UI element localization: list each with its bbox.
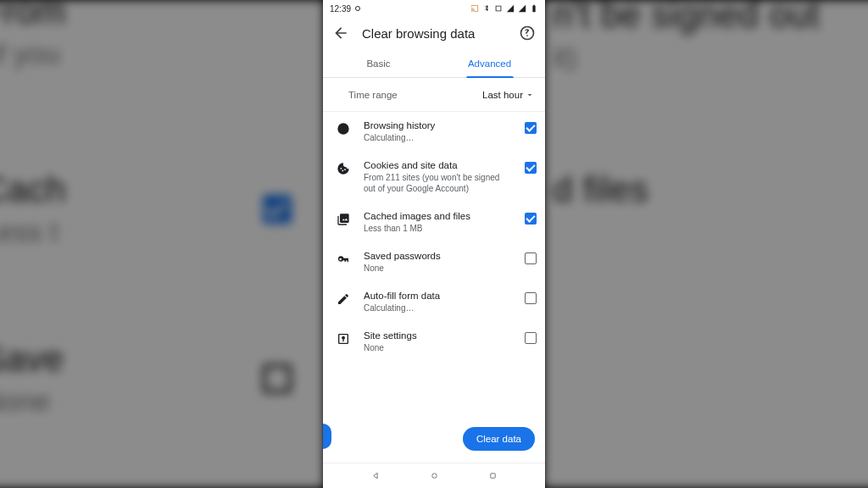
pencil-icon: [335, 291, 352, 306]
system-nav-bar: [323, 463, 545, 488]
clear-data-button[interactable]: Clear data: [463, 427, 535, 451]
svg-point-0: [431, 474, 436, 478]
checkbox-cookies[interactable]: [525, 162, 537, 174]
image-stack-icon: [335, 211, 352, 226]
status-time: 12:39: [330, 4, 351, 14]
time-range-selector[interactable]: Time range Last hour: [323, 78, 545, 112]
phone-frame: 12:39 Clear browsing data Basic: [323, 0, 545, 488]
nav-back[interactable]: [370, 470, 381, 482]
nav-recent[interactable]: [487, 470, 498, 482]
clock-icon: [335, 120, 352, 136]
chevron-down-icon: [525, 90, 535, 100]
checkbox-autofill[interactable]: [525, 292, 537, 304]
back-button[interactable]: [331, 24, 350, 42]
site-settings-icon: [335, 330, 352, 346]
svg-rect-1: [490, 474, 494, 478]
checkbox-passwords[interactable]: [525, 252, 537, 264]
row-browsing-history[interactable]: Browsing historyCalculating…: [323, 112, 545, 152]
row-site-settings[interactable]: Site settingsNone: [323, 322, 545, 362]
help-icon: [519, 25, 536, 42]
nav-home[interactable]: [428, 470, 440, 482]
checkbox-site-settings[interactable]: [525, 332, 537, 344]
signal-icon: [518, 4, 526, 13]
time-range-label: Time range: [348, 90, 398, 100]
bluetooth-icon: [482, 4, 491, 13]
cast-icon: [470, 4, 479, 13]
checkbox-unchecked-icon: [263, 364, 292, 393]
square-recent-icon: [487, 470, 498, 481]
row-passwords[interactable]: Saved passwordsNone: [323, 242, 545, 282]
checkbox-cache[interactable]: [525, 213, 537, 225]
arrow-back-icon: [332, 25, 349, 42]
tab-bar: Basic Advanced: [323, 49, 545, 78]
row-cookies[interactable]: Cookies and site dataFrom 211 sites (you…: [323, 152, 545, 202]
options-list: Browsing historyCalculating… Cookies and…: [323, 112, 545, 419]
checkbox-checked-icon: [263, 195, 292, 224]
fab-peek: [323, 424, 331, 449]
battery-icon: [530, 4, 538, 13]
footer: Clear data: [323, 419, 545, 463]
tab-basic[interactable]: Basic: [323, 49, 434, 77]
time-range-value: Last hour: [482, 90, 523, 100]
tab-advanced[interactable]: Advanced: [434, 49, 545, 77]
row-cache[interactable]: Cached images and filesLess than 1 MB: [323, 202, 545, 242]
nfc-icon: [494, 4, 503, 13]
key-icon: [335, 251, 352, 266]
checkbox-history[interactable]: [525, 122, 537, 134]
signal-off-icon: [506, 4, 515, 13]
triangle-back-icon: [370, 470, 381, 481]
title-bar: Clear browsing data: [323, 17, 545, 49]
row-autofill[interactable]: Auto-fill form dataCalculating…: [323, 282, 545, 322]
circle-home-icon: [429, 470, 440, 481]
cookie-icon: [335, 160, 352, 175]
status-dot-icon: [355, 6, 360, 11]
status-bar: 12:39: [323, 0, 545, 17]
help-button[interactable]: [518, 24, 537, 42]
page-title: Clear browsing data: [362, 26, 506, 41]
